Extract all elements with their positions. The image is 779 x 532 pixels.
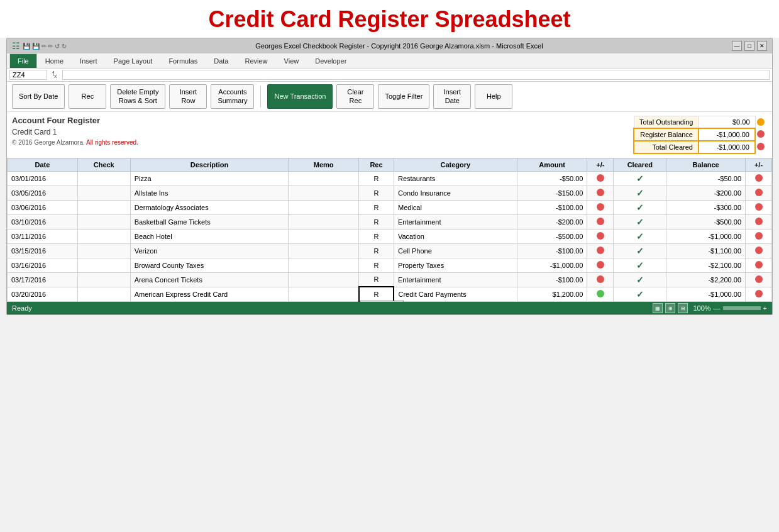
category-cell: Property Taxes bbox=[394, 258, 517, 272]
normal-view-icon[interactable]: ▦ bbox=[653, 303, 663, 313]
window-controls[interactable]: — □ ✕ bbox=[732, 41, 767, 51]
ribbon: File Home Insert Page Layout Formulas Da… bbox=[7, 53, 772, 69]
cleared-cell: ✓ bbox=[614, 243, 666, 258]
category-cell: Condo Insurance bbox=[394, 186, 517, 200]
balance-dot bbox=[755, 247, 763, 254]
memo-cell bbox=[289, 287, 359, 301]
view-icons: ▦ ⊞ ⊟ bbox=[653, 303, 688, 313]
cleared-check: ✓ bbox=[636, 202, 644, 213]
zoom-plus[interactable]: + bbox=[763, 304, 767, 312]
tab-view[interactable]: View bbox=[276, 54, 307, 68]
zoom-level: 100% bbox=[693, 304, 710, 312]
page-layout-icon[interactable]: ⊞ bbox=[665, 303, 675, 313]
balance-dot-cell bbox=[746, 229, 772, 243]
rec-cell: R bbox=[359, 258, 394, 272]
cleared-check: ✓ bbox=[636, 246, 644, 256]
tab-pagelayout[interactable]: Page Layout bbox=[106, 54, 161, 68]
cleared-cell: ✓ bbox=[614, 214, 666, 229]
new-transaction-button[interactable]: New Transaction bbox=[267, 84, 333, 109]
zoom-minus[interactable]: — bbox=[714, 304, 721, 312]
cleared-total-dot bbox=[757, 143, 765, 150]
dropdown-item[interactable]: R bbox=[360, 301, 403, 302]
tab-home[interactable]: Home bbox=[37, 54, 72, 68]
tab-insert[interactable]: Insert bbox=[72, 54, 106, 68]
rec-dropdown[interactable]: R bbox=[360, 301, 404, 302]
cleared-cell: ✓ bbox=[614, 200, 666, 214]
insert-date-button[interactable]: Insert Date bbox=[433, 84, 471, 109]
rec-cell: R bbox=[359, 171, 394, 186]
tab-file[interactable]: File bbox=[9, 53, 37, 68]
excel-window: ☷ 💾 💾 ✏ ✏ ↺ ↻ Georges Excel Checkbook Re… bbox=[6, 38, 773, 315]
maximize-button[interactable]: □ bbox=[744, 41, 754, 51]
memo-cell bbox=[289, 272, 359, 287]
help-button[interactable]: Help bbox=[475, 84, 512, 109]
plusminus-dot bbox=[597, 290, 604, 297]
cell-reference[interactable]: ZZ4 bbox=[9, 70, 47, 80]
balance-dot bbox=[757, 130, 765, 138]
balance-dot bbox=[755, 218, 763, 225]
category-cell: Entertainment bbox=[394, 272, 517, 287]
summary-row-outstanding: Total Outstanding $0.00 bbox=[634, 116, 766, 128]
amount-cell: -$100.00 bbox=[517, 272, 587, 287]
ribbon-tabs: File Home Insert Page Layout Formulas Da… bbox=[7, 53, 772, 68]
status-ready: Ready bbox=[12, 304, 32, 312]
close-button[interactable]: ✕ bbox=[757, 41, 767, 51]
balance-cell: -$1,000.00 bbox=[666, 287, 746, 301]
minimize-button[interactable]: — bbox=[732, 41, 742, 51]
tab-formulas[interactable]: Formulas bbox=[160, 54, 206, 68]
zoom-slider[interactable] bbox=[723, 306, 761, 310]
table-row: 03/17/2016 Arena Concert Tickets R Enter… bbox=[8, 272, 772, 287]
toggle-filter-button[interactable]: Toggle Filter bbox=[378, 84, 429, 109]
desc-cell: Beach Hotel bbox=[130, 229, 289, 243]
plusminus-dot bbox=[597, 247, 604, 254]
clear-rec-button[interactable]: Clear Rec bbox=[336, 84, 374, 109]
tab-data[interactable]: Data bbox=[206, 54, 236, 68]
amount-cell: -$500.00 bbox=[517, 229, 587, 243]
cleared-value: -$1,000.00 bbox=[699, 141, 755, 153]
amount-cell: -$1,000.00 bbox=[517, 258, 587, 272]
window-title: Georges Excel Checkbook Register - Copyr… bbox=[67, 42, 732, 50]
rec-cell: R bbox=[359, 200, 394, 214]
date-cell: 03/20/2016 bbox=[8, 287, 78, 301]
insert-row-button[interactable]: Insert Row bbox=[169, 84, 207, 109]
cleared-check: ✓ bbox=[636, 275, 644, 285]
rec-cell: R bbox=[359, 272, 394, 287]
balance-dot bbox=[755, 275, 763, 283]
balance-value: -$1,000.00 bbox=[699, 128, 755, 141]
date-cell: 03/05/2016 bbox=[8, 186, 78, 200]
accounts-summary-button[interactable]: Accounts Summary bbox=[211, 84, 254, 109]
memo-cell bbox=[289, 171, 359, 186]
memo-cell bbox=[289, 214, 359, 229]
rec-cell[interactable]: RR bbox=[359, 287, 394, 301]
rec-cell: R bbox=[359, 214, 394, 229]
header-category: Category bbox=[394, 158, 517, 171]
balance-cell: -$300.00 bbox=[666, 200, 746, 214]
plusminus-dot bbox=[597, 174, 604, 182]
summary-table: Total Outstanding $0.00 Register Balance… bbox=[633, 116, 767, 154]
check-cell bbox=[77, 171, 130, 186]
date-cell: 03/11/2016 bbox=[8, 229, 78, 243]
memo-cell bbox=[289, 243, 359, 258]
title-bar: ☷ 💾 💾 ✏ ✏ ↺ ↻ Georges Excel Checkbook Re… bbox=[7, 38, 772, 53]
delete-empty-rows-button[interactable]: Delete Empty Rows & Sort bbox=[110, 84, 165, 109]
table-row: 03/01/2016 Pizza R Restaurants -$50.00 ✓… bbox=[8, 171, 772, 186]
cleared-check: ✓ bbox=[636, 289, 644, 299]
register-info: Account Four Register Credit Card 1 © 20… bbox=[12, 116, 628, 154]
amount-cell: -$200.00 bbox=[517, 214, 587, 229]
plusminus-dot bbox=[597, 203, 604, 211]
formula-input[interactable] bbox=[62, 70, 770, 80]
page-break-icon[interactable]: ⊟ bbox=[678, 303, 688, 313]
rec-button[interactable]: Rec bbox=[69, 84, 106, 109]
desc-cell: Verizon bbox=[130, 243, 289, 258]
tab-developer[interactable]: Developer bbox=[307, 54, 355, 68]
plusminus-cell bbox=[587, 229, 614, 243]
tab-review[interactable]: Review bbox=[236, 54, 275, 68]
sort-by-date-button[interactable]: Sort By Date bbox=[12, 84, 65, 109]
cleared-check: ✓ bbox=[636, 260, 644, 270]
outstanding-value: $0.00 bbox=[699, 116, 755, 128]
check-cell bbox=[77, 258, 130, 272]
desc-cell: Broward County Taxes bbox=[130, 258, 289, 272]
plusminus-cell bbox=[587, 200, 614, 214]
zoom-controls: 100% — + bbox=[693, 304, 767, 312]
balance-cell: -$500.00 bbox=[666, 214, 746, 229]
